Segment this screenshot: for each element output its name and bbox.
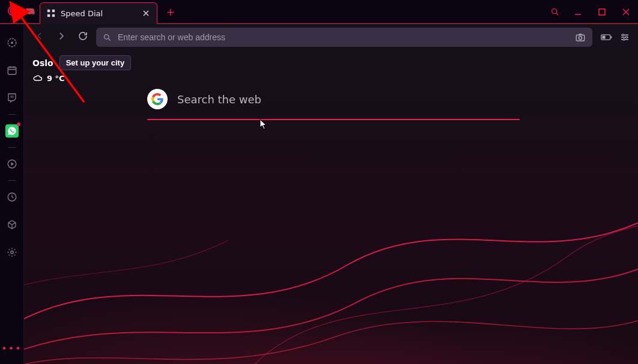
back-button[interactable] [31, 29, 48, 46]
camera-icon[interactable] [574, 31, 586, 43]
sliders-icon[interactable] [619, 31, 631, 43]
svg-rect-5 [52, 14, 55, 17]
svg-rect-19 [611, 36, 612, 38]
twitch-icon[interactable] [5, 91, 19, 105]
weather-temp: 9 °C [47, 74, 65, 83]
weather-widget: Oslo Set up your city 9 °C [32, 55, 131, 83]
play-icon[interactable] [5, 157, 19, 171]
svg-rect-18 [603, 36, 606, 39]
app-menu-button[interactable] [0, 5, 24, 19]
sidebar-separator [8, 180, 16, 181]
reload-icon [77, 31, 88, 44]
tab-search-button[interactable] [544, 0, 566, 24]
chevron-right-icon [56, 31, 67, 44]
google-logo-icon [147, 89, 168, 109]
address-bar[interactable] [96, 28, 592, 47]
sidebar-more-button[interactable]: ••• [1, 343, 22, 354]
new-tab-button[interactable]: + [162, 4, 179, 20]
svg-point-6 [552, 8, 557, 13]
svg-rect-2 [47, 10, 50, 12]
whatsapp-icon[interactable] [5, 124, 19, 138]
active-tab[interactable]: Speed Dial [40, 2, 157, 24]
search-icon [102, 32, 112, 42]
grid-icon [46, 8, 56, 18]
tab-title: Speed Dial [61, 9, 136, 18]
sidebar-separator [8, 147, 16, 148]
battery-icon[interactable] [601, 31, 613, 43]
toolbar [24, 24, 638, 50]
svg-point-13 [10, 251, 13, 254]
center-search[interactable]: Search the web [147, 89, 520, 120]
history-icon[interactable] [5, 190, 19, 204]
svg-point-9 [11, 41, 13, 44]
svg-point-16 [579, 37, 582, 40]
reload-button[interactable] [74, 29, 91, 46]
maximize-button[interactable] [590, 0, 614, 24]
svg-rect-7 [599, 9, 605, 15]
close-window-button[interactable] [614, 0, 638, 24]
search-icon [550, 7, 560, 17]
settings-icon[interactable] [5, 246, 19, 259]
plus-icon: + [166, 5, 175, 18]
gx-corner-icon[interactable] [5, 36, 19, 49]
close-icon [622, 8, 630, 16]
forward-button[interactable] [53, 29, 70, 46]
center-search-placeholder: Search the web [177, 93, 261, 106]
cloud-icon [32, 73, 43, 83]
svg-rect-3 [52, 10, 55, 12]
cube-icon[interactable] [5, 218, 19, 231]
weather-city: Oslo [32, 58, 53, 68]
svg-rect-10 [8, 67, 16, 74]
toolbar-right [597, 31, 631, 43]
sidebar-separator [8, 114, 16, 115]
maximize-icon [598, 8, 606, 16]
svg-point-0 [8, 6, 16, 15]
setup-city-button[interactable]: Set up your city [59, 55, 132, 70]
tab-close-button[interactable] [141, 8, 151, 18]
discord-icon[interactable] [25, 7, 36, 17]
main-content: Oslo Set up your city 9 °C Search the we… [24, 24, 638, 364]
svg-point-21 [626, 37, 628, 38]
opera-icon [7, 5, 17, 19]
svg-point-14 [104, 34, 109, 39]
window-controls [544, 0, 638, 24]
chevron-left-icon [34, 31, 45, 44]
address-input[interactable] [118, 32, 568, 42]
minimize-button[interactable] [566, 0, 590, 24]
svg-rect-15 [576, 35, 585, 41]
svg-point-1 [10, 7, 14, 15]
svg-point-22 [623, 38, 625, 40]
svg-rect-4 [47, 14, 50, 17]
sidebar: ••• [0, 24, 24, 364]
titlebar: Speed Dial + [0, 0, 638, 24]
calendar-icon[interactable] [5, 64, 19, 77]
pinned-icons [24, 7, 40, 17]
svg-point-20 [622, 34, 624, 36]
minimize-icon [574, 8, 582, 16]
